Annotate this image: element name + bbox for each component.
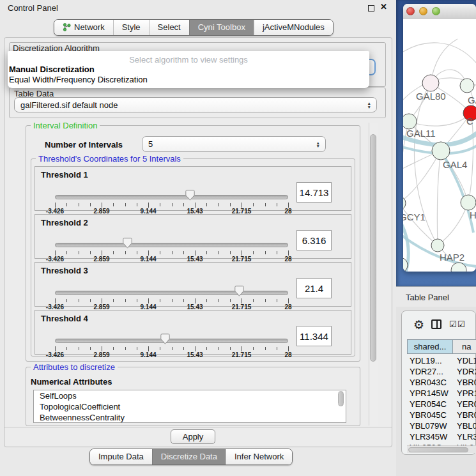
checkbox-icon[interactable]: ☑ xyxy=(449,319,457,329)
table-row[interactable]: YPR145WYPR1 xyxy=(407,388,476,399)
num-intervals-combo[interactable]: 5 ▲▼ xyxy=(142,136,326,152)
slider-track[interactable] xyxy=(55,291,288,295)
attribute-list-item[interactable]: SelfLoops xyxy=(34,390,346,401)
threshold-value-box[interactable]: 6.316 xyxy=(296,230,332,250)
slider-tick xyxy=(242,298,242,303)
slider-tick xyxy=(66,347,67,350)
interval-definition-title: Interval Definition xyxy=(31,121,100,130)
network-node[interactable] xyxy=(432,142,450,160)
table-hscrollbar-track[interactable] xyxy=(407,445,476,453)
slider-thumb[interactable] xyxy=(160,334,170,344)
tab-network[interactable]: Network xyxy=(54,20,113,35)
table-hscrollbar-thumb[interactable] xyxy=(408,447,468,452)
slider-scale-label: 9.144 xyxy=(140,351,156,358)
slider-tick xyxy=(55,346,56,351)
threshold-value-box[interactable]: 11.344 xyxy=(296,326,332,346)
slider-tick xyxy=(148,203,149,208)
slider-tick xyxy=(125,347,126,350)
slider-tick xyxy=(66,251,67,254)
close-traffic-light[interactable] xyxy=(406,7,415,15)
slider-tick xyxy=(277,299,277,302)
slider-tick xyxy=(102,298,102,303)
slider-tick xyxy=(55,298,56,303)
threshold-row: Threshold 1-3.4262.8599.14415.4321.71528… xyxy=(35,166,351,211)
threshold-value-box[interactable]: 14.713 xyxy=(296,182,332,203)
network-node[interactable] xyxy=(460,79,474,93)
settings-scrollbar-thumb[interactable] xyxy=(370,134,376,362)
slider-tick xyxy=(160,299,160,302)
tab-style[interactable]: Style xyxy=(113,20,149,35)
table-row[interactable]: YBL079WYBL0 xyxy=(407,421,476,432)
threshold-slider[interactable]: -3.4262.8599.14415.4321.71528 xyxy=(55,263,288,307)
combo-stepper-icon[interactable]: ▲▼ xyxy=(367,102,371,109)
network-node[interactable] xyxy=(431,239,444,252)
tab-impute-data[interactable]: Impute Data xyxy=(90,449,152,464)
table-row[interactable]: YER054CYER0 xyxy=(407,399,476,410)
slider-tick xyxy=(206,347,207,350)
network-node[interactable] xyxy=(403,114,417,129)
slider-tick xyxy=(242,203,242,208)
slider-tick xyxy=(253,299,254,302)
threshold-slider[interactable]: -3.4262.8599.14415.4321.71528 xyxy=(55,215,288,259)
slider-tick xyxy=(288,250,289,256)
slider-thumb[interactable] xyxy=(185,190,195,201)
slider-tick xyxy=(288,346,289,351)
slider-tick xyxy=(218,251,219,254)
threshold-slider[interactable]: -3.4262.8599.14415.4321.71528 xyxy=(55,311,288,355)
minimize-traffic-light[interactable] xyxy=(419,7,427,15)
network-edge[interactable] xyxy=(437,151,441,245)
slider-track[interactable] xyxy=(55,339,288,343)
attribute-list-item[interactable]: BetweennessCentrality xyxy=(34,412,346,423)
tab-jactivemnodules[interactable]: jActiveMNodules xyxy=(254,20,333,35)
attribute-list-item[interactable]: TopologicalCoefficient xyxy=(34,401,346,412)
toolbox-tabbar: NetworkStyleSelectCyni ToolboxjActiveMNo… xyxy=(54,19,334,36)
cell-shared-name: YDR27... xyxy=(410,367,443,376)
tab-select[interactable]: Select xyxy=(149,20,189,35)
table-data-combo[interactable]: galFiltered.sif default node ▲▼ xyxy=(14,97,377,112)
column-header-name[interactable]: na xyxy=(453,339,476,354)
divider xyxy=(4,427,392,427)
slider-tick xyxy=(113,347,114,350)
network-canvas[interactable]: GAL80GAGAL11CGAL4GCY1HHAP2 xyxy=(403,19,476,272)
algorithm-option[interactable]: Manual Discretization xyxy=(8,64,369,74)
attributes-scrollbar-thumb[interactable] xyxy=(338,391,344,406)
table-row[interactable]: YDR27...YDR2 xyxy=(407,367,476,378)
table-row[interactable]: YLR345WYLR3 xyxy=(407,432,476,443)
threshold-row: Threshold 4-3.4262.8599.14415.4321.71528… xyxy=(35,310,351,355)
table-row[interactable]: YBR043CYBR0 xyxy=(407,378,476,388)
slider-tick xyxy=(206,203,207,206)
column-header-shared[interactable]: shared... xyxy=(407,339,453,354)
slider-track[interactable] xyxy=(55,243,288,247)
network-node[interactable] xyxy=(461,195,476,210)
checkbox-icon[interactable]: ☑ xyxy=(457,319,465,329)
float-window-icon[interactable] xyxy=(368,5,374,12)
apply-button[interactable]: Apply xyxy=(171,429,215,444)
column-layout-icon[interactable] xyxy=(431,319,441,329)
network-edge[interactable] xyxy=(403,151,441,203)
cell-name: YDR2 xyxy=(457,367,476,376)
tab-discretize-data[interactable]: Discretize Data xyxy=(152,449,226,464)
threshold-slider[interactable]: -3.4262.8599.14415.4321.71528 xyxy=(55,167,288,211)
gear-icon[interactable]: ⚙ xyxy=(413,319,424,331)
network-edge[interactable] xyxy=(403,43,476,63)
tab-cyni-toolbox[interactable]: Cyni Toolbox xyxy=(189,20,254,35)
slider-tick xyxy=(79,203,79,206)
close-icon[interactable]: ✕ xyxy=(380,2,387,12)
threshold-value-box[interactable]: 21.4 xyxy=(296,278,332,298)
tab-infer-network[interactable]: Infer Network xyxy=(226,449,292,464)
algorithm-option[interactable]: Equal Width/Frequency Discretization xyxy=(8,74,369,84)
network-edge[interactable] xyxy=(468,113,473,203)
table-row[interactable]: YBR045CYBR0 xyxy=(407,410,476,421)
slider-track[interactable] xyxy=(55,195,288,199)
table-row[interactable]: YDL19...YDL1 xyxy=(407,356,476,367)
zoom-traffic-light[interactable] xyxy=(432,7,440,15)
slider-scale-label: 21.715 xyxy=(232,351,252,358)
slider-thumb[interactable] xyxy=(234,286,244,296)
slider-tick xyxy=(230,299,231,302)
slider-thumb[interactable] xyxy=(123,238,132,249)
slider-tick xyxy=(183,347,184,350)
combo-stepper-icon[interactable]: ▲▼ xyxy=(316,141,320,148)
slider-tick xyxy=(125,299,126,302)
network-node-label: H xyxy=(470,210,476,220)
network-node[interactable] xyxy=(422,75,439,91)
